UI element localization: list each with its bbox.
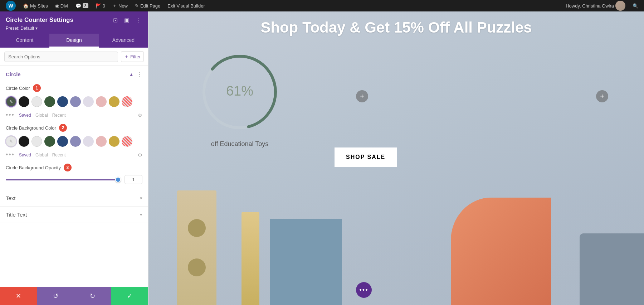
divi-icon: ◉	[55, 3, 59, 9]
circle-color-swatches: ✎	[0, 95, 148, 110]
text-section[interactable]: Text ▾	[0, 190, 148, 207]
edit-page-btn[interactable]: ✎ Edit Page	[132, 0, 163, 11]
shop-sale-button[interactable]: SHOP SALE	[335, 147, 397, 167]
swatch-purple[interactable]	[70, 96, 81, 107]
howdy-btn[interactable]: Howdy, Christina Gwira	[563, 1, 628, 11]
title-text-section-chevron: ▾	[140, 212, 142, 217]
expand-icon[interactable]: ▣	[122, 16, 131, 24]
search-input[interactable]	[4, 52, 118, 62]
circle-bg-color-badge: 2	[59, 124, 67, 132]
section-collapse-icon: ▲	[129, 72, 134, 77]
divi-btn[interactable]: ◉ Divi	[52, 0, 71, 11]
search-admin-btn[interactable]: 🔍	[630, 3, 641, 9]
tab-design[interactable]: Design	[49, 34, 99, 48]
bg-swatch-none[interactable]	[122, 136, 132, 147]
bg-color-settings-icon[interactable]: ⚙	[138, 152, 142, 158]
bg-saved-link[interactable]: Saved	[19, 152, 31, 158]
add-section-btn-1[interactable]: +	[356, 90, 368, 102]
undo-button[interactable]: ↺	[37, 287, 74, 305]
circle-bg-color-swatches: ✎	[0, 135, 148, 150]
bg-swatch-black[interactable]	[19, 136, 29, 147]
bg-swatch-dark-blue[interactable]	[57, 136, 68, 147]
panel-tabs: Content Design Advanced	[0, 34, 148, 48]
text-section-chevron: ▾	[140, 195, 142, 201]
swatch-dark-blue[interactable]	[57, 96, 68, 107]
my-sites-btn[interactable]: 🏠 My Sites	[20, 0, 51, 11]
filter-button[interactable]: ＋ Filter	[121, 51, 144, 62]
wp-logo-btn[interactable]: W	[3, 0, 19, 11]
bg-swatch-light-purple[interactable]	[83, 136, 94, 147]
circle-color-picker-btn[interactable]: ✎	[6, 96, 16, 107]
panel-header: Circle Counter Settings ⊡ ▣ ⋮ Preset: De…	[0, 11, 148, 34]
bg-recent-link[interactable]: Recent	[52, 152, 66, 158]
circle-color-badge: 1	[33, 84, 41, 92]
floating-menu-btn[interactable]: •••	[356, 282, 372, 298]
section-menu-icon[interactable]: ⋮	[137, 71, 142, 78]
redo-button[interactable]: ↻	[74, 287, 111, 305]
circle-color-label-row: Circle Color 1	[0, 83, 148, 95]
add-section-btn-2[interactable]: +	[596, 90, 608, 102]
tab-advanced[interactable]: Advanced	[99, 34, 148, 48]
admin-bar-right: Howdy, Christina Gwira 🔍	[563, 1, 641, 11]
new-icon: ＋	[112, 3, 117, 9]
wp-logo-icon: W	[6, 1, 16, 11]
circle-section-header[interactable]: Circle ▲ ⋮	[0, 66, 148, 83]
circle-color-meta: ••• Saved Global Recent ⚙	[0, 110, 148, 122]
menu-icon[interactable]: ⋮	[134, 16, 142, 24]
title-text-section[interactable]: Title Text ▾	[0, 207, 148, 223]
svg-text:61%: 61%	[226, 83, 253, 98]
swatch-none[interactable]	[122, 96, 132, 107]
opacity-slider-thumb[interactable]	[115, 177, 121, 183]
save-button[interactable]: ✓	[111, 287, 148, 305]
swatch-pink[interactable]	[96, 96, 107, 107]
swatch-light-purple[interactable]	[83, 96, 94, 107]
swatch-gold[interactable]	[109, 96, 119, 107]
preset-selector[interactable]: Preset: Default ▾	[6, 26, 142, 31]
bg-more-swatches-icon[interactable]: •••	[6, 151, 15, 159]
bg-swatch-dark-green[interactable]	[44, 136, 55, 147]
recent-link[interactable]: Recent	[52, 113, 66, 118]
swatch-black[interactable]	[19, 96, 29, 107]
admin-bar: W 🏠 My Sites ◉ Divi 💬 3 🚩 0 ＋ New ✎ Edit…	[0, 0, 644, 11]
exit-builder-btn[interactable]: Exit Visual Builder	[165, 0, 208, 11]
new-btn[interactable]: ＋ New	[109, 0, 131, 11]
swatch-white[interactable]	[31, 96, 42, 107]
title-text-section-title: Title Text	[6, 212, 27, 218]
more-swatches-icon[interactable]: •••	[6, 111, 15, 119]
tab-content[interactable]: Content	[0, 34, 49, 48]
saved-link[interactable]: Saved	[19, 113, 31, 118]
comment-zero-btn[interactable]: 🚩 0	[93, 0, 108, 11]
dots-icon: •••	[360, 286, 369, 294]
minimize-icon[interactable]: ⊡	[111, 16, 119, 24]
global-link[interactable]: Global	[35, 113, 48, 118]
comment-count: 3	[83, 3, 88, 8]
page-preview: Shop Today & Get 15% Off All Puzzles 61%…	[148, 11, 644, 305]
hole1	[188, 219, 206, 237]
cancel-button[interactable]: ✕	[0, 287, 37, 305]
panel-header-icons: ⊡ ▣ ⋮	[111, 16, 142, 24]
color-settings-icon[interactable]: ⚙	[138, 112, 142, 118]
circle-bg-color-picker-btn[interactable]: ✎	[6, 136, 16, 147]
toy-background	[148, 190, 644, 305]
toy-wrench-body	[270, 219, 342, 305]
circle-counter-label: off Educational Toys	[211, 140, 268, 148]
bg-swatch-purple[interactable]	[70, 136, 81, 147]
opacity-value-input[interactable]: 1	[125, 175, 142, 184]
comment-icon: 💬	[75, 3, 81, 9]
circle-section-title: Circle	[6, 71, 21, 77]
bg-swatch-white[interactable]	[31, 136, 42, 147]
bg-global-link[interactable]: Global	[35, 152, 48, 158]
panel-title: Circle Counter Settings	[6, 16, 73, 24]
settings-panel: Circle Counter Settings ⊡ ▣ ⋮ Preset: De…	[0, 11, 148, 305]
comment-zero-icon: 🚩	[96, 3, 101, 9]
toy-holes	[177, 190, 216, 305]
home-icon: 🏠	[23, 3, 29, 9]
swatch-dark-green[interactable]	[44, 96, 55, 107]
circle-counter-widget[interactable]: 61% off Educational Toys	[195, 47, 284, 148]
opacity-slider-fill	[6, 179, 120, 180]
bg-swatch-gold[interactable]	[109, 136, 119, 147]
comments-btn[interactable]: 💬 3	[73, 0, 91, 11]
opacity-slider-track[interactable]	[6, 179, 120, 180]
bottom-action-bar: ✕ ↺ ↻ ✓	[0, 287, 148, 305]
bg-swatch-pink[interactable]	[96, 136, 107, 147]
